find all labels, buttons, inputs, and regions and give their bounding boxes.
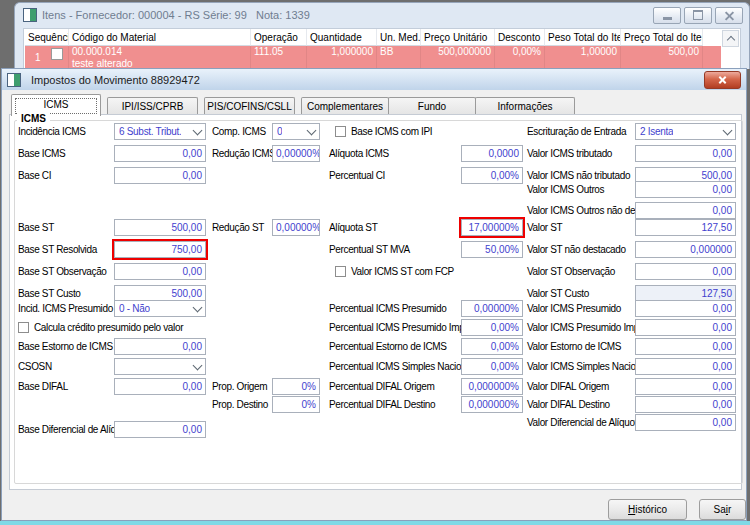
percentual-difal-destino-input[interactable]: 0,000000% (461, 396, 523, 413)
base-icms-label: Base ICMS (18, 145, 65, 162)
base-ci-input[interactable]: 0,00 (114, 167, 206, 184)
prop-destino-input[interactable]: 0% (272, 396, 320, 413)
calcula-credito-presumido-checkbox[interactable] (18, 322, 29, 333)
base-st-observacao-label: Base ST Observação (18, 263, 107, 280)
chevron-down-icon (193, 125, 203, 135)
impostos-dialog: Impostos do Movimento 88929472 ICMS IPI/… (1, 68, 747, 521)
col-preco-total[interactable]: Preço Total do Item (621, 29, 703, 46)
valor-icms-presumido-input[interactable]: 0,00 (635, 300, 736, 317)
percentual-estorno-icms-input[interactable]: 0,00% (461, 338, 523, 355)
reducao-st-label: Redução ST (212, 219, 264, 236)
aliquota-icms-input[interactable]: 0,0000 (461, 145, 523, 162)
comp-icms-label: Comp. ICMS (212, 123, 266, 140)
percentual-icms-presumido-imp-pr-label: Percentual ICMS Presumido Imp. PR (329, 319, 483, 336)
close-icon (718, 75, 727, 84)
base-st-input[interactable]: 500,00 (114, 219, 206, 236)
base-diferencial-aliq-input[interactable]: 0,00 (114, 421, 206, 438)
incid-icms-presumido-select[interactable]: 0 - Não (114, 300, 206, 317)
percentual-difal-origem-input[interactable]: 0,000000% (461, 378, 523, 395)
dialog-close-button[interactable] (704, 71, 741, 89)
percentual-ci-input[interactable]: 0,00% (461, 167, 523, 184)
valor-st-input[interactable]: 127,50 (635, 219, 736, 236)
col-preco-unitario[interactable]: Preço Unitário (421, 29, 495, 46)
col-operacao[interactable]: Operação (251, 29, 307, 46)
base-estorno-icms-label: Base Estorno de ICMS (18, 338, 113, 355)
tab-ipi-iss-cprb[interactable]: IPI/ISS/CPRB (107, 97, 198, 115)
valor-icms-st-com-fcp-checkbox[interactable] (335, 266, 346, 277)
percentual-icms-simples-input[interactable]: 0,00% (461, 358, 523, 375)
valor-icms-presumido-label: Valor ICMS Presumido (527, 300, 621, 317)
valor-icms-presumido-imp-pr-input[interactable]: 0,00 (635, 319, 736, 336)
percentual-ci-label: Percentual CI (329, 167, 385, 184)
row-preco-unitario: 500,000000 (424, 46, 491, 58)
dialog-titlebar[interactable]: Impostos do Movimento 88929472 (2, 69, 746, 90)
maximize-button[interactable] (684, 7, 712, 24)
calcula-credito-presumido-label: Calcula crédito presumido pelo valor (34, 321, 183, 334)
aliquota-st-input[interactable]: 17,00000% (461, 219, 523, 236)
historico-button[interactable]: Histórico (608, 499, 687, 520)
valor-difal-destino-input[interactable]: 0,00 (635, 396, 736, 413)
minimize-button[interactable] (653, 7, 681, 24)
valor-icms-outros-input[interactable]: 0,00 (635, 181, 736, 198)
reducao-icms-input[interactable]: 0,00000% (272, 145, 320, 162)
close-button[interactable] (715, 7, 743, 24)
base-estorno-icms-input[interactable]: 0,00 (114, 338, 206, 355)
base-difal-input[interactable]: 0,00 (114, 378, 206, 395)
col-un-med[interactable]: Un. Med. (377, 29, 421, 46)
valor-icms-simples-input[interactable]: 0,00 (635, 358, 736, 375)
scrollbar-up-button[interactable] (722, 30, 739, 47)
tab-complementares[interactable]: Complementares (301, 97, 389, 115)
row-peso-total: 1,00000 (548, 46, 617, 58)
tab-pis-cofins-csll[interactable]: PIS/COFINS/CSLL (204, 97, 295, 115)
base-icms-input[interactable]: 0,00 (114, 145, 206, 162)
percentual-st-mva-input[interactable]: 50,00% (461, 241, 523, 258)
reducao-st-input[interactable]: 0,00000% (272, 219, 320, 236)
base-difal-label: Base DIFAL (18, 378, 68, 395)
percentual-icms-presumido-input[interactable]: 0,00000% (461, 300, 523, 317)
row-checkbox[interactable] (51, 48, 63, 60)
valor-diferencial-aliquota-input[interactable]: 0,00 (635, 414, 736, 431)
incidencia-icms-select[interactable]: 6 Subst. Tribut. (114, 123, 206, 140)
items-window-titlebar[interactable]: Itens - Fornecedor: 000004 - RS Série: 9… (15, 3, 749, 27)
base-st-resolvida-label: Base ST Resolvida (18, 241, 97, 258)
comp-icms-value: 0 (277, 126, 282, 137)
base-icms-com-ipi-label: Base ICMS com IPI (351, 125, 432, 138)
tab-fundo-pobreza-rural[interactable]: Fundo Pobreza/Rural (388, 97, 476, 115)
base-st-observacao-input[interactable]: 0,00 (114, 263, 206, 280)
prop-origem-input[interactable]: 0% (272, 378, 320, 395)
row-codigo: 00.000.014 (72, 46, 247, 58)
col-sequencia[interactable]: Sequência (25, 29, 69, 46)
sair-button[interactable]: Sair (699, 499, 746, 520)
valor-icms-tributado-input[interactable]: 0,00 (635, 145, 736, 162)
valor-difal-destino-label: Valor DIFAL Destino (527, 396, 610, 413)
valor-estorno-icms-input[interactable]: 0,00 (635, 338, 736, 355)
col-quantidade[interactable]: Quantidade (307, 29, 377, 46)
tab-informacoes-adicionais[interactable]: Informações Adicionais (475, 97, 575, 115)
comp-icms-select[interactable]: 0 (272, 123, 320, 140)
col-desconto[interactable]: Desconto (495, 29, 545, 46)
icms-group-title: ICMS (17, 113, 50, 124)
col-codigo-material[interactable]: Código do Material (69, 29, 251, 46)
escrituracao-entrada-value: 2 Isenta (640, 126, 673, 137)
escrituracao-entrada-select[interactable]: 2 Isenta (635, 123, 736, 140)
focus-ring (15, 98, 97, 114)
csosn-label: CSOSN (18, 358, 52, 375)
valor-st-nao-destacado-label: Valor ST não destacado (527, 241, 626, 258)
aliquota-st-label: Alíquota ST (329, 219, 377, 236)
table-row[interactable]: 1 00.000.014 teste alterado 111.05 1,000… (25, 46, 721, 70)
valor-st-observacao-input[interactable]: 0,00 (635, 263, 736, 280)
chevron-down-icon (193, 360, 203, 370)
valor-icms-st-com-fcp-label: Valor ICMS ST com FCP (351, 265, 454, 278)
percentual-icms-presumido-imp-pr-input[interactable]: 0,00% (461, 319, 523, 336)
col-peso-total[interactable]: Peso Total do Item (545, 29, 621, 46)
dialog-title: Impostos do Movimento 88929472 (31, 74, 200, 86)
valor-icms-outros-nao-dest-label: Valor ICMS Outros não dest. (527, 202, 645, 219)
base-icms-com-ipi-checkbox[interactable] (335, 126, 346, 137)
tab-label: IPI/ISS/CPRB (122, 101, 184, 112)
base-st-resolvida-input[interactable]: 750,00 (114, 241, 206, 258)
valor-icms-outros-nao-dest-input[interactable]: 0,00 (635, 202, 736, 219)
valor-difal-origem-input[interactable]: 0,00 (635, 378, 736, 395)
dialog-icon (7, 73, 21, 87)
csosn-select[interactable] (114, 358, 206, 375)
valor-st-nao-destacado-input[interactable]: 0,000000 (635, 241, 736, 258)
